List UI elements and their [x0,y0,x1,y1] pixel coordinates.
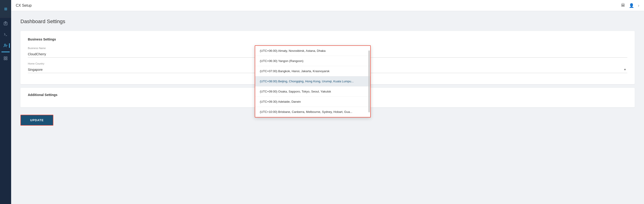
timezone-option-utc0630[interactable]: (UTC+06:30) Yangon (Rangoon) [255,56,370,66]
business-type-select[interactable]: Retail Finance Healthcare [332,66,627,73]
timezone-option-utc0800[interactable]: (UTC+08:00) Beijing, Chongqing, Hong Kon… [255,76,370,87]
timezone-option-utc0900[interactable]: (UTC+09:00) Osaka, Sapporo, Tokyo, Seoul… [255,87,370,97]
sidebar-header: ⊞ [0,0,11,18]
svg-rect-6 [4,57,5,58]
svg-rect-1 [4,22,7,25]
timezone-dropdown: (UTC+06:00) Almaty, Novosibirsk, Astana,… [255,45,371,117]
business-type-label: Business Type [332,62,627,65]
main-area: CX Setup 🏛 👤 › Dashboard Settings Busine… [11,0,644,204]
share-icon[interactable] [2,30,10,39]
svg-rect-9 [6,59,7,60]
timezone-option-utc0600[interactable]: (UTC+06:00) Almaty, Novosibirsk, Astana,… [255,46,370,56]
timezone-option-utc0700[interactable]: (UTC+07:00) Bangkok, Hanoi, Jakarta, Kra… [255,66,370,76]
app-title: CX Setup [16,3,32,8]
business-settings-title: Business Settings [28,37,627,41]
grid-icon[interactable]: ⊞ [2,5,10,13]
bank-icon[interactable]: 🏛 [621,3,625,8]
sidebar: ⊞ [0,0,11,204]
page-title: Dashboard Settings [20,18,635,24]
dashboard-icon[interactable] [2,54,10,62]
business-type-select-wrapper: Retail Finance Healthcare ▼ [332,66,627,73]
clipboard-icon[interactable] [2,19,10,27]
scrollbar[interactable] [368,50,370,112]
content-area: Dashboard Settings Business Settings Bus… [11,11,644,204]
business-type-group: Business Type Retail Finance Healthcare … [332,62,627,73]
svg-rect-7 [6,57,7,58]
business-tagline-label: Business Tag Line [332,47,627,49]
timezone-option-utc1000[interactable]: (UTC+10:00) Brisbane, Canberra, Melbourn… [255,107,370,117]
people-icon[interactable] [2,41,10,50]
business-tagline-input[interactable] [332,51,627,58]
topbar-actions: 🏛 👤 › [621,3,639,8]
business-tagline-group: Business Tag Line [332,47,627,58]
timezone-option-utc0930[interactable]: (UTC+09:30) Adelaide, Darwin [255,97,370,107]
svg-rect-8 [4,59,5,60]
chevron-right-icon: › [638,3,639,8]
user-icon[interactable]: 👤 [629,3,634,8]
update-button[interactable]: UPDATE [20,115,53,126]
svg-point-5 [4,44,6,45]
topbar: CX Setup 🏛 👤 › [11,0,644,11]
